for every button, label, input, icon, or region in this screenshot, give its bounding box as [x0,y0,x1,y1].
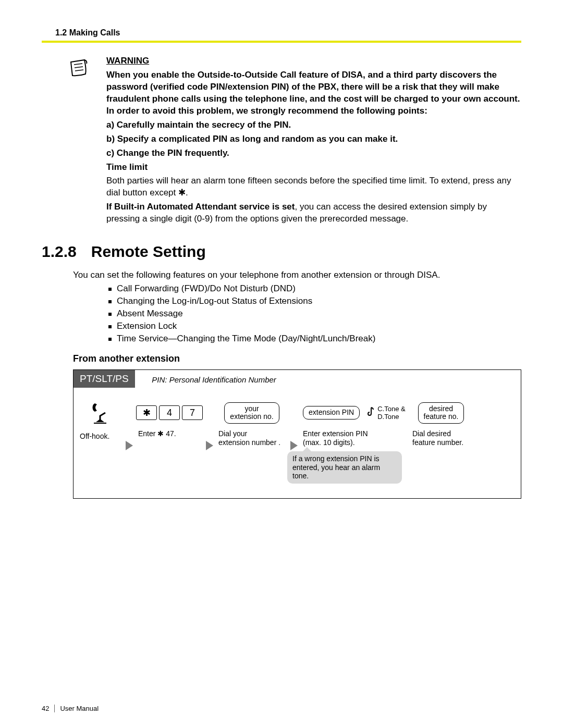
arrow-icon [126,441,133,453]
subhead-from-another-extension: From another extension [73,353,521,364]
step2-label: Enter ✱ 47. [138,429,201,438]
header-rule [42,41,521,43]
note-icon [66,56,94,227]
step5-label: Dial desired feature number. [412,429,470,447]
step4-note-bubble: If a wrong extension PIN is entered, you… [287,451,402,484]
warning-body: When you enable the Outside-to-Outside C… [106,70,520,116]
svg-marker-6 [206,441,213,450]
warning-point-a: a) Carefully maintain the secrecy of the… [106,120,291,130]
tone-line2: D.Tone [377,413,405,421]
box-line1: desired [424,405,459,413]
list-item: Absent Message [108,309,521,319]
svg-marker-5 [126,441,133,450]
procedure-caption: PIN: Personal Identification Number [152,375,276,384]
box-line1: your [230,405,273,413]
box-extension-pin: extension PIN [303,406,360,419]
footer: 42User Manual [42,705,99,712]
timelimit-label: Time limit [106,162,148,172]
svg-line-0 [74,64,82,65]
section-number: 1.2.8 [42,243,77,261]
list-item: Extension Lock [108,321,521,331]
section-intro: You can set the following features on yo… [73,270,521,280]
key-7: 7 [182,405,203,420]
footer-title: User Manual [60,705,99,712]
key-star: ✱ [136,405,157,420]
timelimit-body: Both parties will hear an alarm tone fif… [106,175,521,199]
warning-block: WARNING When you enable the Outside-to-O… [42,55,521,227]
key-4: 4 [159,405,180,420]
attendant-lead: If Built-in Automated Attendant service … [106,202,295,212]
svg-line-2 [75,70,83,71]
offhook-icon [89,401,112,427]
list-item: Changing the Log-in/Log-out Status of Ex… [108,296,521,306]
tone-line1: C.Tone & [377,405,405,413]
procedure-tab: PT/SLT/PS [74,370,135,388]
warning-title: WARNING [106,56,149,66]
svg-marker-3 [96,419,104,422]
warning-point-c: c) Change the PIN frequently. [106,148,229,158]
warning-point-b: b) Specify a complicated PIN as long and… [106,134,398,144]
box-line2: feature no. [424,413,459,421]
box-your-extension: your extension no. [224,402,279,424]
step1-label: Off-hook. [80,432,120,441]
procedure-box: PT/SLT/PS PIN: Personal Identification N… [73,369,521,499]
feature-list: Call Forwarding (FWD)/Do Not Disturb (DN… [108,283,521,344]
list-item: Time Service—Changing the Time Mode (Day… [108,334,521,344]
page-number: 42 [42,705,55,712]
step4-label: Enter extension PIN (max. 10 digits). [303,429,381,447]
section-heading: 1.2.8Remote Setting [42,243,521,261]
tone-icon [365,406,375,419]
box-desired-feature: desired feature no. [418,402,464,424]
running-header: 1.2 Making Calls [55,28,521,38]
arrow-icon [206,441,213,453]
list-item: Call Forwarding (FWD)/Do Not Disturb (DN… [108,283,521,294]
box-line2: extension no. [230,413,273,421]
svg-marker-7 [290,441,298,450]
section-title: Remote Setting [91,243,206,260]
step3-label: Dial your extension number . [218,429,285,447]
svg-line-1 [75,67,83,68]
